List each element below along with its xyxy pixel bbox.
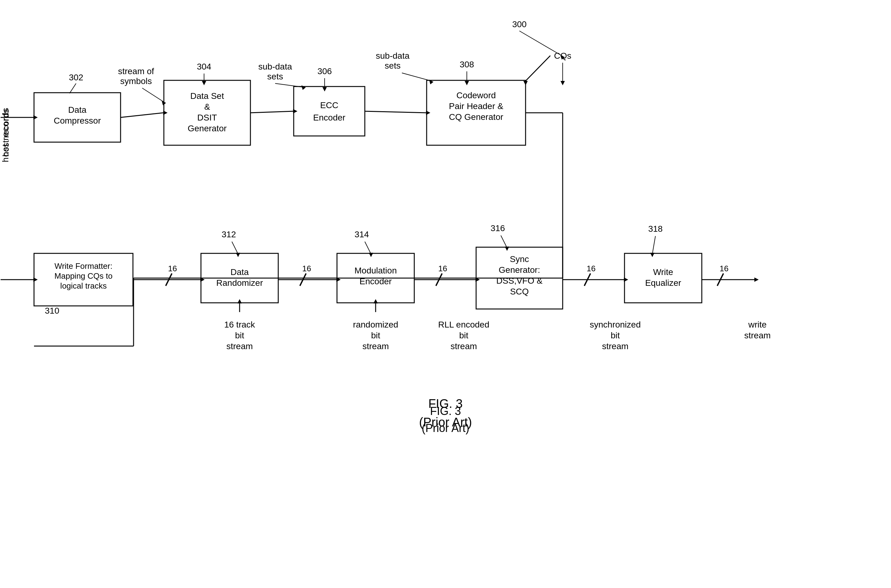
svg-text:Generator:: Generator: [499, 265, 540, 275]
svg-text:write: write [748, 320, 766, 329]
svg-text:DSS,VFO &: DSS,VFO & [496, 276, 542, 285]
svg-text:Mapping CQs to: Mapping CQs to [54, 271, 113, 280]
svg-text:Write Formatter:: Write Formatter: [54, 261, 112, 271]
svg-text:Data Set: Data Set [191, 91, 224, 101]
svg-text:stream: stream [362, 341, 389, 351]
svg-text:306: 306 [317, 66, 332, 76]
svg-text:CQ Generator: CQ Generator [449, 112, 503, 122]
svg-text:sets: sets [385, 61, 400, 70]
svg-text:bit: bit [235, 331, 244, 340]
svg-text:Encoder: Encoder [313, 113, 345, 122]
svg-marker-69 [754, 278, 759, 282]
diagram-svg: Data Compressor Data Set & DSIT Generato… [0, 0, 891, 588]
svg-text:stream: stream [226, 341, 253, 351]
svg-text:318: 318 [648, 224, 663, 234]
svg-text:sub-data: sub-data [376, 51, 410, 60]
svg-line-74 [69, 83, 76, 93]
svg-text:ECC: ECC [320, 100, 338, 110]
svg-text:314: 314 [355, 230, 369, 239]
svg-text:stream: stream [602, 341, 628, 351]
prior-art-label: (Prior Art) [368, 422, 523, 435]
svg-text:synchronized: synchronized [590, 320, 641, 329]
svg-text:RLL encoded: RLL encoded [438, 320, 490, 329]
svg-text:stream: stream [451, 341, 477, 351]
svg-text:logical tracks: logical tracks [60, 281, 107, 291]
svg-text:16: 16 [439, 264, 447, 273]
svg-text:DSIT: DSIT [197, 113, 217, 122]
svg-text:308: 308 [460, 60, 474, 69]
svg-text:Equalizer: Equalizer [645, 278, 681, 288]
svg-text:bit: bit [371, 331, 380, 340]
svg-line-117 [501, 236, 507, 248]
svg-text:CQs: CQs [554, 51, 571, 60]
host-records-label: host records [1, 107, 11, 162]
svg-line-39 [365, 111, 426, 113]
svg-text:SCQ: SCQ [510, 287, 529, 296]
svg-text:Codeword: Codeword [456, 90, 496, 100]
svg-text:symbols: symbols [120, 76, 152, 86]
svg-text:bit: bit [611, 331, 620, 340]
svg-line-123 [652, 236, 655, 254]
svg-text:16: 16 [720, 264, 729, 273]
svg-marker-102 [560, 81, 565, 85]
svg-text:Generator: Generator [188, 124, 227, 133]
svg-line-111 [365, 242, 371, 254]
svg-text:312: 312 [222, 230, 236, 239]
svg-text:Data: Data [68, 105, 87, 115]
svg-text:Compressor: Compressor [54, 116, 101, 126]
svg-text:16: 16 [302, 264, 311, 273]
svg-text:304: 304 [197, 62, 212, 71]
svg-line-78 [142, 88, 164, 102]
svg-line-85 [275, 83, 303, 87]
svg-line-105 [232, 242, 238, 254]
svg-text:302: 302 [69, 73, 84, 82]
fig-label: FIG. 3 [384, 405, 507, 418]
svg-text:16: 16 [587, 264, 596, 273]
svg-text:316: 316 [491, 224, 505, 233]
svg-line-37 [251, 111, 293, 113]
svg-text:sub-data: sub-data [258, 62, 292, 71]
svg-text:Write: Write [653, 267, 673, 277]
svg-text:&: & [204, 102, 210, 111]
svg-rect-8 [294, 87, 365, 136]
svg-text:Pair Header &: Pair Header & [449, 101, 503, 111]
svg-text:stream of: stream of [118, 66, 154, 76]
svg-text:bit: bit [459, 331, 468, 340]
svg-text:310: 310 [45, 306, 59, 315]
svg-text:randomized: randomized [353, 320, 398, 329]
svg-text:stream: stream [744, 331, 771, 340]
svg-text:Modulation: Modulation [355, 266, 397, 275]
svg-text:16: 16 [168, 264, 177, 273]
svg-line-92 [402, 73, 431, 81]
svg-text:300: 300 [512, 20, 527, 29]
diagram-container: Data Compressor Data Set & DSIT Generato… [0, 0, 891, 588]
svg-text:Sync: Sync [510, 254, 529, 264]
svg-text:16 track: 16 track [224, 320, 255, 329]
svg-line-35 [120, 113, 163, 117]
svg-text:Randomizer: Randomizer [216, 278, 263, 288]
svg-text:Data: Data [230, 267, 249, 277]
svg-line-46 [526, 56, 550, 81]
svg-text:sets: sets [267, 72, 283, 81]
